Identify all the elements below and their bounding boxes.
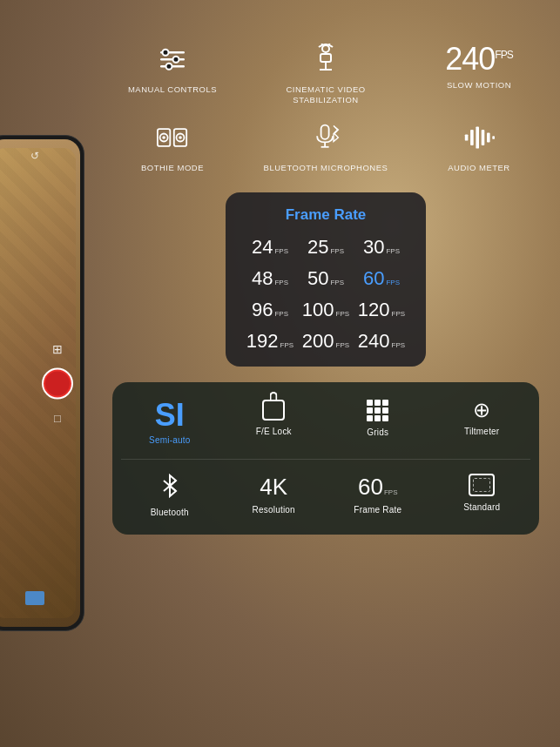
- fps-192[interactable]: 192FPS: [245, 330, 295, 353]
- fps-120[interactable]: 120FPS: [356, 299, 407, 321]
- toolbar-grids[interactable]: Grids: [329, 394, 427, 450]
- semi-auto-label: Semi-auto: [149, 435, 190, 445]
- toolbar-fe-lock[interactable]: F/E Lock: [226, 394, 323, 450]
- fps-200[interactable]: 200FPS: [300, 330, 351, 353]
- fps-100[interactable]: 100FPS: [300, 299, 351, 321]
- svg-rect-20: [470, 130, 474, 145]
- frame-rate-panel: Frame Rate 24FPS 25FPS 30FPS 48FPS 50FPS…: [226, 192, 426, 367]
- grids-label: Grids: [367, 427, 388, 437]
- sliders-icon: [157, 44, 188, 79]
- svg-point-12: [162, 136, 165, 139]
- resolution-4k-icon: 4K: [260, 474, 287, 501]
- feature-audio-meter[interactable]: AUDIO METER: [407, 122, 551, 173]
- si-icon: SI: [155, 400, 185, 431]
- fps-grid: 24FPS 25FPS 30FPS 48FPS 50FPS 60FPS 96FP…: [245, 236, 407, 353]
- bluetooth-mic-icon: [310, 122, 341, 158]
- toolbar-divider: [121, 459, 530, 460]
- feature-manual-controls[interactable]: MANUAL CONTROLS: [100, 44, 245, 106]
- feature-slow-motion[interactable]: 240FPS SLOW MOTION: [407, 44, 551, 106]
- features-grid: MANUAL CONTROLS CINEMATIC VIDEO STABILIZ…: [91, 44, 560, 173]
- fps-48[interactable]: 48FPS: [245, 267, 295, 290]
- standard-label: Standard: [463, 502, 500, 512]
- toolbar-row-1: SI Semi-auto F/E Lock: [121, 394, 530, 450]
- frame-rate-60-icon: 60FPS: [358, 474, 397, 501]
- fps-large-display: 240FPS: [445, 44, 512, 75]
- resolution-label: Resolution: [253, 505, 295, 515]
- svg-rect-24: [492, 136, 495, 139]
- folder-icon: [25, 591, 44, 605]
- toolbar-standard[interactable]: Standard: [434, 468, 531, 522]
- main-content: MANUAL CONTROLS CINEMATIC VIDEO STABILIZ…: [91, 0, 560, 747]
- fps-25[interactable]: 25FPS: [300, 236, 351, 259]
- cinematic-icon: [310, 44, 341, 79]
- cinematic-label: CINEMATIC VIDEO STABILIZATION: [253, 84, 398, 106]
- toolbar-resolution[interactable]: 4K Resolution: [226, 468, 323, 522]
- toolbar-frame-rate[interactable]: 60FPS Frame Rate: [329, 468, 427, 522]
- frame-rate-label: Frame Rate: [354, 505, 401, 515]
- feature-bothie[interactable]: BOTHIE MODE: [100, 122, 245, 173]
- toolbar-semi-auto[interactable]: SI Semi-auto: [121, 394, 219, 450]
- fps-30[interactable]: 30FPS: [356, 236, 407, 259]
- fps-60[interactable]: 60FPS: [356, 267, 407, 290]
- bothie-icon: [157, 122, 188, 158]
- toolbar-tiltmeter[interactable]: ⊕ Tiltmeter: [434, 394, 531, 450]
- shutter-button[interactable]: [42, 368, 73, 400]
- svg-rect-23: [487, 132, 490, 142]
- bluetooth-mic-label: BLUETOOTH MICROPHONES: [264, 163, 388, 173]
- standard-icon: [469, 474, 495, 496]
- fps-96[interactable]: 96FPS: [245, 299, 295, 321]
- svg-point-3: [163, 50, 169, 56]
- slow-motion-label: SLOW MOTION: [447, 80, 511, 91]
- grid-icon: ⊞: [52, 342, 63, 356]
- feature-bluetooth-mic[interactable]: BLUETOOTH MICROPHONES: [253, 122, 398, 173]
- fps-24[interactable]: 24FPS: [245, 236, 295, 259]
- sync-icon: ↺: [30, 150, 39, 162]
- toolbar-bluetooth[interactable]: Bluetooth: [121, 468, 219, 522]
- svg-rect-19: [465, 134, 469, 140]
- audio-meter-icon: [463, 122, 495, 158]
- manual-controls-label: MANUAL CONTROLS: [128, 84, 217, 95]
- svg-rect-21: [476, 126, 479, 148]
- feature-cinematic[interactable]: CINEMATIC VIDEO STABILIZATION: [253, 44, 398, 106]
- toolbar-row-2: Bluetooth 4K Resolution 60FPS Frame Rate…: [121, 468, 530, 522]
- svg-point-6: [322, 45, 329, 52]
- video-icon: □: [54, 412, 61, 425]
- phone-mockup: ↺ ⊞ □: [0, 135, 84, 631]
- fe-lock-label: F/E Lock: [256, 427, 292, 436]
- fps-unit: FPS: [495, 49, 512, 61]
- bluetooth-icon: [160, 474, 179, 501]
- bothie-label: BOTHIE MODE: [141, 163, 204, 173]
- frame-rate-title: Frame Rate: [245, 206, 407, 224]
- svg-rect-16: [321, 124, 329, 138]
- bottom-toolbar: SI Semi-auto F/E Lock: [112, 382, 539, 535]
- svg-point-15: [179, 136, 182, 139]
- svg-rect-22: [482, 130, 485, 145]
- tiltmeter-label: Tiltmeter: [464, 427, 499, 436]
- fps-50[interactable]: 50FPS: [300, 267, 351, 290]
- audio-meter-label: AUDIO METER: [448, 163, 509, 173]
- svg-rect-7: [320, 54, 331, 62]
- bluetooth-label: Bluetooth: [151, 508, 189, 517]
- svg-point-5: [166, 64, 172, 70]
- tiltmeter-icon: ⊕: [473, 400, 490, 421]
- fps-240[interactable]: 240FPS: [356, 330, 407, 353]
- svg-point-4: [173, 57, 179, 63]
